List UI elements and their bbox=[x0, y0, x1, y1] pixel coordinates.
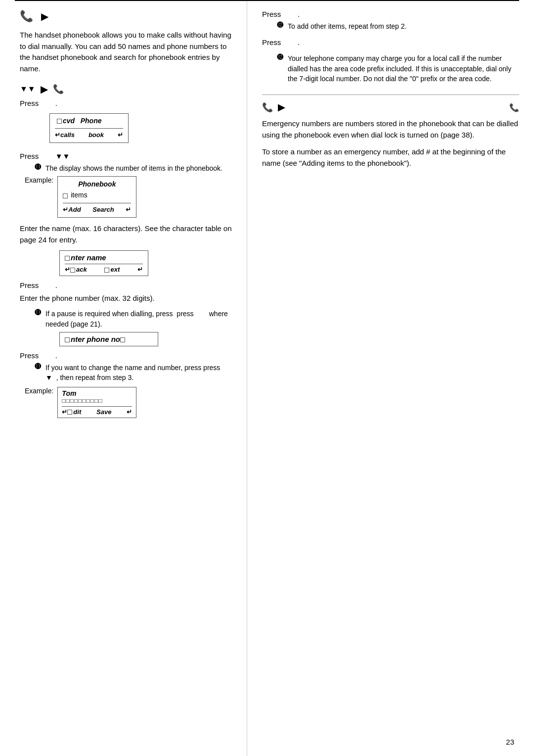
page-number: 23 bbox=[506, 738, 514, 746]
enter-name-text: Enter the name (max. 16 characters). See… bbox=[20, 223, 232, 246]
note1: ⓫ The display shows the number of items … bbox=[35, 163, 232, 173]
emergency-arrow: ▶ bbox=[278, 102, 285, 113]
screen3-box: Tom □□□□□□□□□□ ↵dit Save ↵ bbox=[57, 387, 136, 418]
note-change: ⓫ If you want to change the name and num… bbox=[35, 363, 232, 383]
down-arrows-icon: ▼▼ bbox=[20, 85, 36, 94]
right-note3: ⓬ To add other items, repeat from step 2… bbox=[277, 21, 519, 31]
phonebook-icon: 📞 bbox=[20, 10, 33, 23]
intro-text: The handset phonebook allows you to make… bbox=[20, 30, 232, 74]
press4-line: Press . bbox=[20, 351, 232, 360]
example2: Example: Tom □□□□□□□□□□ ↵dit Save ↵ bbox=[25, 387, 232, 418]
enter-phone-text: Enter the phone number (max. 32 digits). bbox=[20, 292, 232, 304]
press3-line: Press . bbox=[20, 281, 232, 289]
right-divider bbox=[262, 94, 519, 95]
enter-phone-line: nter phone no bbox=[65, 335, 153, 343]
emergency-header: 📞 ▶ 📞 bbox=[262, 102, 519, 113]
content-area: 📞 ▶ The handset phonebook allows you to … bbox=[0, 1, 534, 756]
left-section-header: 📞 ▶ bbox=[20, 10, 232, 23]
arrow-right-icon: ▶ bbox=[41, 10, 48, 22]
screen3-squares: □□□□□□□□□□ bbox=[62, 397, 132, 404]
page: 📞 ▶ The handset phonebook allows you to … bbox=[0, 0, 534, 756]
phonebook-icon2: 📞 bbox=[53, 84, 64, 94]
enter-name-softkeys: ↵ack ext ↵ bbox=[65, 264, 143, 273]
right-note4: ⓬ Your telephone company may charge you … bbox=[277, 53, 519, 84]
example1: Example: Phonebook items ↵Add Search ↵ bbox=[25, 176, 232, 218]
arrow-right2-icon: ▶ bbox=[41, 83, 48, 95]
subsection1-header: ▼▼ ▶ 📞 bbox=[20, 83, 232, 95]
screen3-name: Tom bbox=[62, 389, 132, 397]
screen2-softkeys: ↵Add Search ↵ bbox=[63, 203, 131, 215]
emergency-text1: Emergency numbers are numbers stored in … bbox=[262, 118, 519, 141]
enter-name-cursor: nter name bbox=[65, 253, 143, 262]
screen2-box: Phonebook items ↵Add Search ↵ bbox=[57, 176, 136, 218]
screen1-line1: cvd Phone bbox=[55, 116, 123, 126]
enter-name-screen: nter name ↵ack ext ↵ bbox=[59, 250, 232, 276]
then-repeat-text: , then repeat from step 3. bbox=[56, 374, 134, 381]
screen1-softkeys: ↵calls book ↵ bbox=[55, 128, 123, 141]
left-column: 📞 ▶ The handset phonebook allows you to … bbox=[0, 1, 247, 756]
emergency-text2: To store a number as an emergency number… bbox=[262, 146, 519, 169]
right-press6-line: Press . bbox=[262, 38, 519, 47]
screen2-line1: items bbox=[63, 189, 131, 200]
right-column: Press . ⓬ To add other items, repeat fro… bbox=[247, 1, 534, 756]
right-press5-line: Press . bbox=[262, 10, 519, 18]
emergency-icon1: 📞 bbox=[262, 102, 273, 113]
screen1-box: cvd Phone ↵calls book ↵ bbox=[49, 113, 129, 143]
emergency-icon2: 📞 bbox=[509, 103, 519, 112]
note-pause: ⓫ If a pause is required when dialling, … bbox=[35, 309, 232, 329]
press1-line: Press . bbox=[20, 99, 232, 107]
enter-phone-screen: nter phone no bbox=[59, 332, 232, 346]
press2-line: Press ▼▼ bbox=[20, 152, 232, 160]
screen2-title: Phonebook bbox=[63, 179, 131, 189]
screen3-softkeys: ↵dit Save ↵ bbox=[62, 406, 132, 416]
